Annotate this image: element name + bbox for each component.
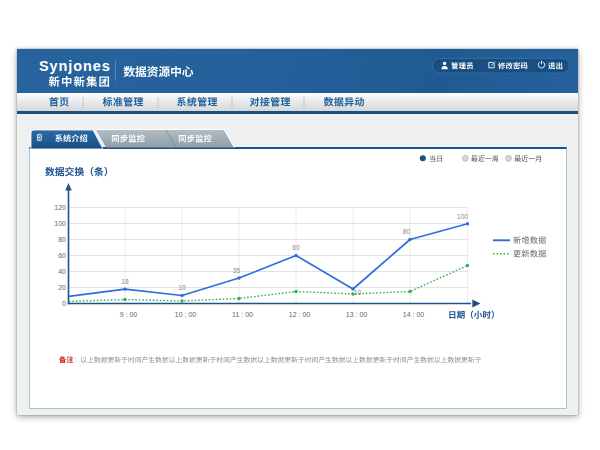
svg-text:100: 100 xyxy=(457,213,468,220)
svg-text:Synjones: Synjones xyxy=(39,58,111,74)
svg-text:10: 10 xyxy=(178,284,186,291)
svg-text:60: 60 xyxy=(58,252,66,259)
svg-text:12 : 00: 12 : 00 xyxy=(289,311,311,318)
svg-text:100: 100 xyxy=(54,220,66,227)
svg-text:13 : 00: 13 : 00 xyxy=(346,311,368,318)
svg-text:10 : 00: 10 : 00 xyxy=(175,311,197,318)
svg-text:80: 80 xyxy=(58,236,66,243)
svg-text:18: 18 xyxy=(121,278,129,285)
svg-text:14 : 00: 14 : 00 xyxy=(403,311,425,318)
svg-text:80: 80 xyxy=(403,228,411,235)
svg-text:0: 0 xyxy=(62,300,66,307)
svg-text:20: 20 xyxy=(58,284,66,291)
svg-text:35: 35 xyxy=(233,267,241,274)
svg-text:40: 40 xyxy=(58,268,66,275)
svg-text:10: 10 xyxy=(354,289,362,296)
svg-text:9 : 00: 9 : 00 xyxy=(120,311,138,318)
svg-text:120: 120 xyxy=(54,204,66,211)
svg-text:11 : 00: 11 : 00 xyxy=(232,311,253,318)
svg-text:60: 60 xyxy=(292,244,300,251)
